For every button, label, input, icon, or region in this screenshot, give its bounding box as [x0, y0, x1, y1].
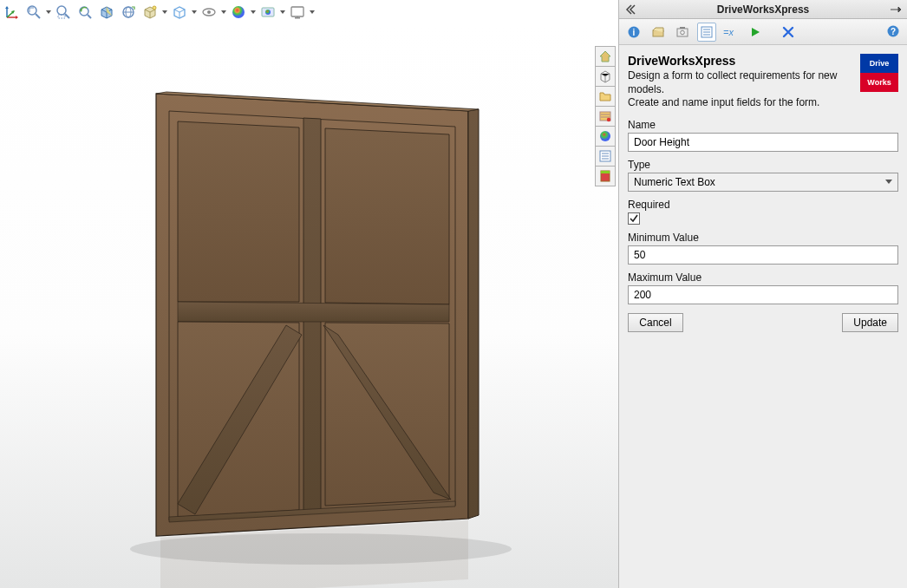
svg-point-14 [153, 6, 156, 10]
svg-text:?: ? [891, 27, 896, 36]
graphics-viewport[interactable] [0, 24, 618, 588]
fm-folder-icon[interactable] [595, 86, 616, 107]
svg-rect-49 [680, 27, 685, 29]
edit-appearance-icon[interactable] [228, 2, 249, 23]
cancel-button[interactable]: Cancel [628, 313, 683, 332]
rules-icon[interactable]: =x [721, 23, 741, 42]
view-triad-icon[interactable] [2, 2, 23, 23]
view-toolbar [0, 0, 618, 24]
svg-line-6 [65, 14, 69, 18]
svg-marker-52 [752, 28, 760, 36]
svg-marker-30 [178, 302, 449, 322]
svg-text:i: i [633, 28, 636, 37]
zoom-fit-dropdown[interactable] [45, 2, 52, 23]
form-icon[interactable] [697, 23, 716, 42]
fm-appearance-icon[interactable] [595, 126, 616, 147]
svg-point-5 [57, 6, 66, 15]
apply-scene-icon[interactable] [258, 2, 278, 23]
max-value-input[interactable] [628, 285, 898, 304]
hide-show-dropdown[interactable] [191, 2, 198, 23]
pane-body: DriveWorksXpress Design a form to collec… [619, 45, 907, 588]
view-settings-icon[interactable] [287, 2, 308, 23]
help-icon[interactable]: ? [884, 23, 902, 40]
logo-bottom: Works [860, 73, 898, 92]
captured-icon[interactable] [673, 23, 692, 42]
max-label: Maximum Value [628, 271, 898, 284]
svg-line-4 [36, 14, 40, 18]
zoom-fit-icon[interactable] [23, 2, 44, 23]
required-checkbox[interactable] [628, 212, 640, 225]
edit-appearance-dropdown[interactable] [250, 2, 257, 23]
eye-visibility-icon[interactable] [199, 2, 219, 23]
close-icon[interactable] [779, 23, 798, 42]
apply-scene-dropdown[interactable] [279, 2, 286, 23]
name-label: Name [628, 119, 898, 131]
update-button[interactable]: Update [842, 313, 898, 332]
pane-title-text: DriveWorksXpress [717, 3, 810, 16]
run-icon[interactable] [746, 23, 765, 42]
svg-point-40 [600, 131, 610, 141]
previous-view-icon[interactable] [75, 2, 95, 23]
svg-marker-28 [178, 121, 299, 302]
type-select-value: Numeric Text Box [634, 176, 715, 188]
pane-header: DriveWorksXpress Design a form to collec… [628, 54, 898, 110]
pane-pin-icon[interactable] [888, 2, 904, 17]
svg-marker-29 [325, 128, 449, 304]
chevron-down-icon [885, 180, 892, 184]
pane-desc-line1: Design a form to collect requirements fo… [628, 69, 853, 96]
min-value-input[interactable] [628, 245, 898, 265]
view-settings-dropdown[interactable] [309, 2, 316, 23]
fm-cube-icon[interactable] [595, 66, 616, 87]
zoom-area-icon[interactable] [53, 2, 74, 23]
feature-manager-tabs [595, 46, 618, 186]
type-select[interactable]: Numeric Text Box [628, 173, 898, 192]
svg-point-17 [232, 6, 245, 18]
svg-point-48 [681, 30, 685, 35]
svg-rect-21 [295, 17, 300, 19]
fm-study-icon[interactable] [595, 106, 616, 127]
name-input[interactable] [628, 133, 898, 152]
fm-home-icon[interactable] [595, 46, 616, 67]
display-style-icon[interactable] [140, 2, 160, 23]
svg-point-19 [265, 10, 271, 15]
section-view-icon[interactable] [96, 2, 117, 23]
svg-text:=x: =x [723, 27, 734, 37]
svg-rect-43 [601, 171, 610, 173]
fm-red-icon[interactable] [595, 166, 616, 186]
dynamic-view-icon[interactable] [118, 2, 139, 23]
pane-toolbar: i =x ? [619, 19, 907, 45]
type-label: Type [628, 159, 898, 171]
logo-top: Drive [860, 54, 898, 73]
min-label: Minimum Value [628, 232, 898, 244]
required-label: Required [628, 199, 898, 211]
hide-show-icon[interactable] [169, 2, 190, 23]
svg-marker-24 [468, 109, 479, 519]
pane-collapse-icon[interactable] [623, 2, 638, 17]
svg-point-39 [607, 118, 610, 121]
svg-line-9 [88, 15, 91, 18]
components-icon[interactable] [649, 23, 668, 42]
task-pane: DriveWorksXpress i =x [618, 0, 907, 588]
fm-property-icon[interactable] [595, 146, 616, 167]
pane-desc-line2: Create and name input fields for the for… [628, 96, 853, 110]
svg-rect-20 [291, 7, 303, 16]
driveworks-logo: Drive Works [860, 54, 898, 92]
eye-visibility-dropdown[interactable] [220, 2, 227, 23]
info-icon[interactable]: i [624, 23, 643, 42]
pane-heading: DriveWorksXpress [628, 54, 853, 68]
display-style-dropdown[interactable] [161, 2, 168, 23]
svg-rect-47 [677, 29, 688, 36]
pane-titlebar: DriveWorksXpress [619, 0, 907, 19]
svg-point-16 [207, 10, 211, 14]
svg-marker-1 [16, 16, 18, 19]
svg-marker-0 [5, 6, 9, 9]
